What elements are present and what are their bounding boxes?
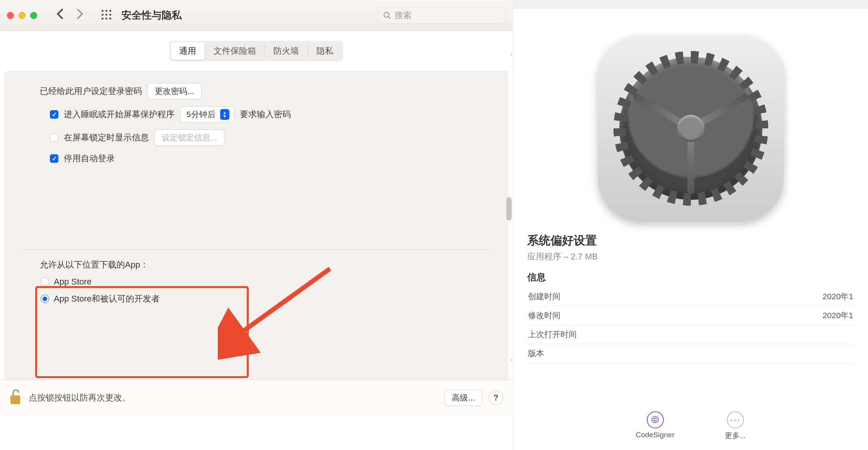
back-button[interactable] (53, 9, 67, 22)
require-password-suffix: 要求输入密码 (240, 109, 291, 120)
row-created: 创建时间 2020年1 (527, 287, 854, 306)
svg-point-4 (106, 14, 108, 15)
opened-label: 上次打开时间 (527, 325, 726, 344)
disable-autologin-checkbox[interactable] (50, 154, 58, 163)
allow-apps-from-label: 允许从以下位置下载的App： (40, 259, 149, 271)
chevron-right-icon (77, 9, 84, 19)
prefs-body: 通用 文件保险箱 防火墙 隐私 已经给此用户设定登录密码 更改密码... 进入睡… (0, 31, 513, 415)
version-value (726, 344, 854, 363)
tab-general[interactable]: 通用 (171, 42, 205, 60)
minimize-window-button[interactable] (19, 12, 26, 19)
show-lock-message-label: 在屏幕锁定时显示信息 (64, 132, 149, 143)
require-password-checkbox[interactable] (50, 110, 58, 119)
help-button[interactable]: ? (489, 390, 503, 405)
prefs-bottom-bar: 点按锁按钮以防再次更改。 高级... ? (0, 380, 513, 415)
svg-point-1 (106, 10, 108, 12)
finder-toolbar-sliver (513, 0, 868, 9)
divider-scroll-hint: › › (505, 35, 513, 438)
svg-point-2 (109, 10, 111, 12)
panel-divider (21, 249, 492, 250)
quick-action-more-label: 更多... (725, 431, 746, 441)
quick-action-more[interactable]: 更多... (725, 411, 746, 441)
close-window-button[interactable] (7, 12, 14, 19)
preview-info-header: 信息 (527, 271, 854, 283)
quick-action-codesigner[interactable]: ⓒ CodeSigner (636, 411, 674, 439)
radio-app-store-label: App Store (54, 277, 92, 287)
created-label: 创建时间 (527, 287, 726, 306)
radio-app-store[interactable] (41, 278, 49, 286)
grid-icon (101, 9, 112, 20)
require-password-delay-select[interactable]: 5分钟后 ▲▼ (180, 106, 234, 123)
preview-metadata: 系统偏好设置 应用程序 – 2.7 MB 信息 创建时间 2020年1 修改时间… (513, 221, 868, 363)
preview-quick-actions: ⓒ CodeSigner 更多... (513, 407, 868, 450)
tab-filevault[interactable]: 文件保险箱 (205, 42, 265, 60)
tab-firewall[interactable]: 防火墙 (265, 42, 308, 60)
svg-point-3 (102, 14, 104, 15)
svg-point-0 (102, 10, 104, 12)
security-privacy-window: 安全性与隐私 搜索 通用 文件保险箱 防火墙 隐私 已经给此用户设定登录密码 更… (0, 0, 513, 450)
codesigner-icon: ⓒ (647, 411, 664, 428)
set-lock-message-button[interactable]: 设定锁定信息... (154, 130, 225, 146)
system-preferences-app-icon (598, 36, 784, 221)
svg-line-9 (233, 269, 330, 338)
lock-button[interactable] (9, 389, 22, 407)
version-label: 版本 (527, 344, 726, 363)
preview-app-name: 系统偏好设置 (527, 233, 854, 249)
advanced-button[interactable]: 高级... (444, 390, 482, 406)
annotation-highlight-box (35, 286, 249, 378)
created-value: 2020年1 (726, 287, 854, 306)
window-controls (7, 12, 37, 19)
chevron-left-icon (56, 9, 63, 19)
svg-point-8 (109, 17, 111, 19)
select-stepper-icon: ▲▼ (220, 109, 229, 120)
preview-info-table: 创建时间 2020年1 修改时间 2020年1 上次打开时间 版本 (527, 287, 854, 363)
svg-point-5 (109, 14, 111, 15)
show-lock-message-checkbox[interactable] (50, 133, 58, 142)
unlocked-padlock-icon (9, 389, 22, 405)
show-all-prefs-button[interactable] (101, 9, 112, 22)
finder-preview-pane: 系统偏好设置 应用程序 – 2.7 MB 信息 创建时间 2020年1 修改时间… (513, 0, 868, 450)
preview-kind-size: 应用程序 – 2.7 MB (527, 251, 854, 262)
row-last-opened: 上次打开时间 (527, 325, 854, 344)
preview-icon-area (513, 9, 868, 221)
prefs-toolbar: 安全性与隐私 搜索 (0, 0, 513, 31)
opened-value (726, 325, 854, 344)
lock-hint-text: 点按锁按钮以防再次更改。 (29, 392, 131, 404)
require-password-delay-value: 5分钟后 (186, 109, 215, 120)
tab-bar: 通用 文件保险箱 防火墙 隐私 (169, 41, 343, 61)
more-icon (727, 411, 744, 428)
search-placeholder: 搜索 (395, 10, 412, 21)
search-field[interactable]: 搜索 (378, 7, 506, 24)
general-panel: 已经给此用户设定登录密码 更改密码... 进入睡眠或开始屏幕保护程序 5分钟后 … (5, 71, 508, 415)
modified-value: 2020年1 (726, 306, 854, 325)
svg-point-6 (102, 17, 104, 19)
forward-button[interactable] (73, 9, 87, 22)
modified-label: 修改时间 (527, 306, 726, 325)
window-title: 安全性与隐私 (121, 9, 182, 22)
quick-action-codesigner-label: CodeSigner (636, 431, 674, 439)
require-password-prefix: 进入睡眠或开始屏幕保护程序 (64, 109, 174, 120)
login-password-set-label: 已经给此用户设定登录密码 (40, 85, 142, 97)
disable-autologin-label: 停用自动登录 (64, 153, 115, 164)
zoom-window-button[interactable] (30, 12, 37, 19)
svg-point-7 (106, 17, 108, 19)
change-password-button[interactable]: 更改密码... (147, 83, 202, 99)
search-icon (383, 11, 391, 20)
row-version: 版本 (527, 344, 854, 363)
tab-privacy[interactable]: 隐私 (308, 42, 342, 60)
row-modified: 修改时间 2020年1 (527, 306, 854, 325)
annotation-arrow-icon (218, 261, 342, 385)
gear-icon (619, 57, 762, 200)
